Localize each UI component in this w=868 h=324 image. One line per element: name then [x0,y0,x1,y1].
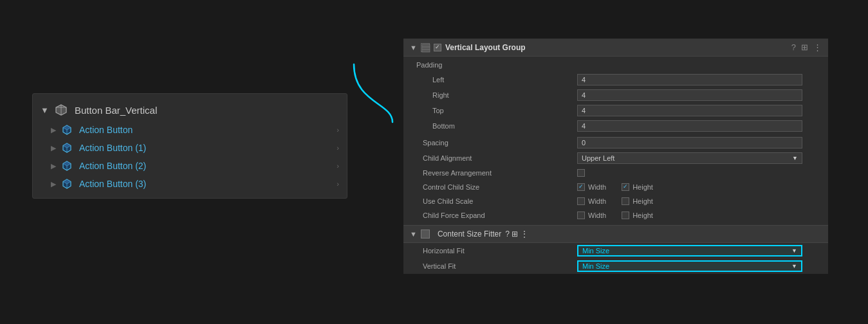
child-force-expand-label: Child Force Expand [410,212,577,219]
use-child-scale-width-label: Width [588,197,606,205]
svg-rect-19 [422,44,430,52]
inspector-panel: ▼ Vertical Layout Group ? ⊞ ⋮ Padding Le… [403,39,828,274]
padding-top-row: Top [403,103,828,118]
padding-left-row: Left [403,72,828,87]
child-alignment-row: Child Alignment Upper Left ▼ [403,150,828,166]
control-child-size-width-label: Width [588,183,606,191]
spacing-row: Spacing [403,135,828,150]
vertical-fit-dropdown-arrow: ▼ [791,263,797,269]
hierarchy-item-1[interactable]: ▶ Action Button (1) › [33,139,347,157]
item-cube-icon-2 [61,160,73,172]
control-child-size-width-item: Width [577,183,606,191]
vlg-menu-icon[interactable]: ⋮ [813,42,822,52]
use-child-scale-width-item: Width [577,197,606,205]
vlg-actions: ? ⊞ ⋮ [791,42,822,52]
child-alignment-dropdown-text: Upper Left [582,154,614,162]
item-cube-icon-3 [61,178,73,190]
padding-bottom-value [577,120,822,132]
hierarchy-item-0[interactable]: ▶ Action Button › [33,121,347,139]
item-label-2: Action Button (2) [79,161,146,171]
vlg-expand-icon[interactable]: ▼ [410,44,417,51]
child-alignment-value: Upper Left ▼ [577,152,822,164]
reverse-arrangement-label: Reverse Arrangement [410,169,577,177]
item-label-1: Action Button (1) [79,143,146,153]
use-child-scale-label: Use Child Scale [410,197,577,205]
hierarchy-item-3[interactable]: ▶ Action Button (3) › [33,175,347,193]
csf-actions: ? ⊞ ⋮ [505,230,528,239]
use-child-scale-width-checkbox[interactable] [577,197,585,205]
vlg-help-icon[interactable]: ? [791,42,796,52]
padding-bottom-row: Bottom [403,118,828,134]
vlg-title: Vertical Layout Group [445,43,788,52]
reverse-arrangement-value [577,169,822,177]
horizontal-fit-label: Horizontal Fit [410,247,577,255]
vertical-fit-dropdown[interactable]: Min Size ▼ [577,260,802,272]
item-chevron-1[interactable]: › [337,144,339,152]
root-collapse-arrow[interactable]: ▼ [41,105,49,115]
csf-header: ▼ Content Size Fitter ? ⊞ ⋮ [403,225,828,243]
hierarchy-item-2[interactable]: ▶ Action Button (2) › [33,157,347,175]
child-force-expand-height-item: Height [622,212,653,219]
item-chevron-0[interactable]: › [337,126,339,134]
csf-expand-icon[interactable]: ▼ [410,230,417,238]
item-label-3: Action Button (3) [79,179,146,189]
csf-menu-icon[interactable]: ⋮ [521,230,528,239]
csf-resize-icon[interactable]: ⊞ [512,230,518,239]
vertical-fit-dropdown-text: Min Size [582,262,609,270]
item-arrow-1[interactable]: ▶ [51,144,56,152]
control-child-size-value: Width Height [577,183,822,191]
spacing-value [577,137,822,148]
item-arrow-2[interactable]: ▶ [51,162,56,170]
child-force-expand-height-checkbox[interactable] [622,212,629,219]
child-force-expand-width-checkbox[interactable] [577,212,585,219]
padding-right-value [577,89,822,101]
connector-curve [341,39,405,141]
child-alignment-dropdown-arrow: ▼ [792,155,798,161]
item-label-0: Action Button [79,125,133,135]
padding-top-value [577,105,822,116]
root-cube-icon [54,103,68,117]
padding-top-input[interactable] [577,105,802,116]
item-arrow-0[interactable]: ▶ [51,126,56,134]
padding-bottom-input[interactable] [577,120,802,132]
control-child-size-height-checkbox[interactable] [622,183,629,191]
child-alignment-label: Child Alignment [410,154,577,162]
csf-help-icon[interactable]: ? [505,230,510,239]
padding-section: Padding Left Right Top Bottom [403,57,828,135]
vertical-fit-row: Vertical Fit Min Size ▼ [403,258,828,274]
item-cube-icon-1 [61,142,73,154]
reverse-arrangement-row: Reverse Arrangement [403,166,828,180]
vlg-icon [421,43,430,52]
use-child-scale-height-item: Height [622,197,653,205]
control-child-size-height-label: Height [633,183,653,191]
control-child-size-row: Control Child Size Width Height [403,180,828,194]
control-child-size-width-checkbox[interactable] [577,183,585,191]
child-force-expand-width-label: Width [588,212,606,219]
item-cube-icon-0 [61,124,73,136]
use-child-scale-height-label: Height [633,197,653,205]
item-arrow-3[interactable]: ▶ [51,180,56,188]
spacing-input[interactable] [577,137,802,148]
child-alignment-dropdown[interactable]: Upper Left ▼ [577,152,802,164]
reverse-arrangement-checkbox[interactable] [577,169,585,177]
horizontal-fit-dropdown-text: Min Size [582,247,609,255]
padding-right-row: Right [403,87,828,103]
use-child-scale-height-checkbox[interactable] [622,197,629,205]
padding-left-input[interactable] [577,74,802,86]
item-chevron-3[interactable]: › [337,180,339,188]
vlg-resize-icon[interactable]: ⊞ [801,42,808,52]
hierarchy-root-item[interactable]: ▼ Button Bar_Vertical [33,99,347,121]
horizontal-fit-dropdown-arrow: ▼ [791,248,797,254]
child-force-expand-value: Width Height [577,212,822,219]
hierarchy-panel: ▼ Button Bar_Vertical ▶ Action Button › … [32,93,347,199]
padding-right-label: Right [410,91,577,99]
padding-right-input[interactable] [577,89,802,101]
vlg-header: ▼ Vertical Layout Group ? ⊞ ⋮ [403,39,828,57]
padding-label-row: Padding [403,58,828,72]
item-chevron-2[interactable]: › [337,162,339,170]
csf-icon [421,230,430,239]
vlg-enabled-checkbox[interactable] [434,44,441,51]
horizontal-fit-dropdown[interactable]: Min Size ▼ [577,245,802,256]
vertical-fit-value: Min Size ▼ [577,260,822,272]
padding-left-label: Left [410,76,577,84]
